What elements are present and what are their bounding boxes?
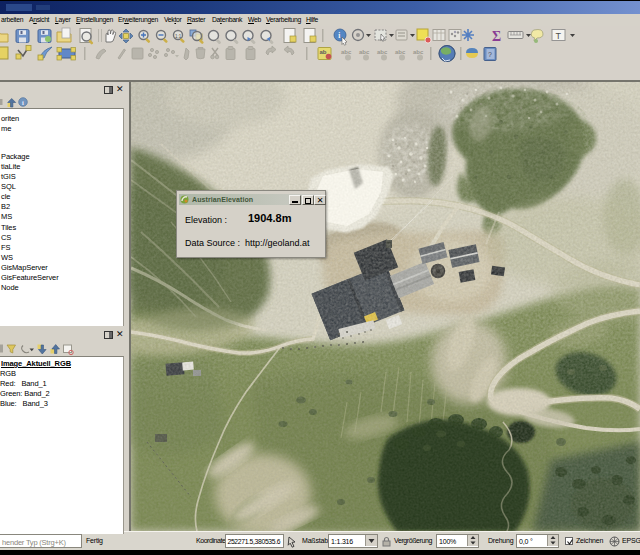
svg-text:i: i xyxy=(22,99,24,106)
